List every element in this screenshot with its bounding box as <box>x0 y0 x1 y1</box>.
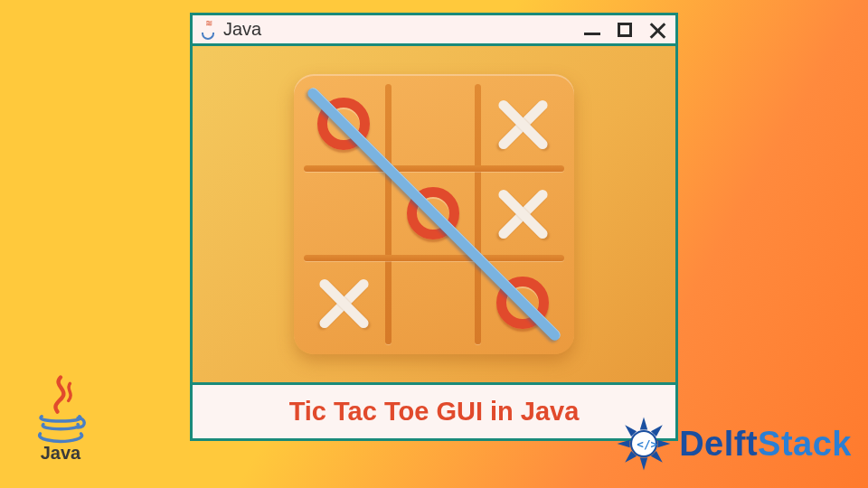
board-cell[interactable] <box>483 174 562 253</box>
x-mark-icon <box>316 275 372 331</box>
grid-line <box>385 84 392 344</box>
java-cup-icon <box>27 374 94 445</box>
board-cell[interactable] <box>304 263 383 343</box>
java-logo-label: Java <box>41 443 81 464</box>
delftstack-logo: </> DelftStack <box>612 412 852 475</box>
caption-text: Tic Tac Toe GUI in Java <box>289 397 580 427</box>
grid-line <box>475 84 481 344</box>
delftstack-wordmark: DelftStack <box>679 425 852 464</box>
application-window: ≋ Java Tic Tac Toe GUI <box>190 13 678 441</box>
caption-bar: Tic Tac Toe GUI in Java <box>193 382 675 438</box>
window-controls <box>581 19 668 41</box>
grid-line <box>304 255 564 261</box>
delftstack-emblem-icon: </> <box>612 412 675 475</box>
brand-part1: Delft <box>679 425 758 464</box>
maximize-button[interactable] <box>614 19 636 41</box>
title-left: ≋ Java <box>200 19 261 40</box>
title-bar: ≋ Java <box>193 15 675 46</box>
board-cell[interactable] <box>393 263 473 343</box>
window-title: Java <box>223 19 261 40</box>
x-mark-icon <box>495 96 551 152</box>
minimize-button[interactable] <box>581 19 603 41</box>
board-cell[interactable] <box>393 84 473 164</box>
close-button[interactable] <box>646 19 668 41</box>
tictactoe-board <box>294 74 574 354</box>
java-icon: ≋ <box>200 20 218 40</box>
board-cell[interactable] <box>304 174 383 253</box>
brand-part2: Stack <box>758 425 852 464</box>
svg-text:</>: </> <box>637 437 657 451</box>
java-logo: Java <box>22 374 99 474</box>
grid-line <box>304 165 564 172</box>
x-mark-icon <box>495 185 551 241</box>
game-canvas <box>193 46 675 382</box>
board-cell[interactable] <box>483 84 562 164</box>
